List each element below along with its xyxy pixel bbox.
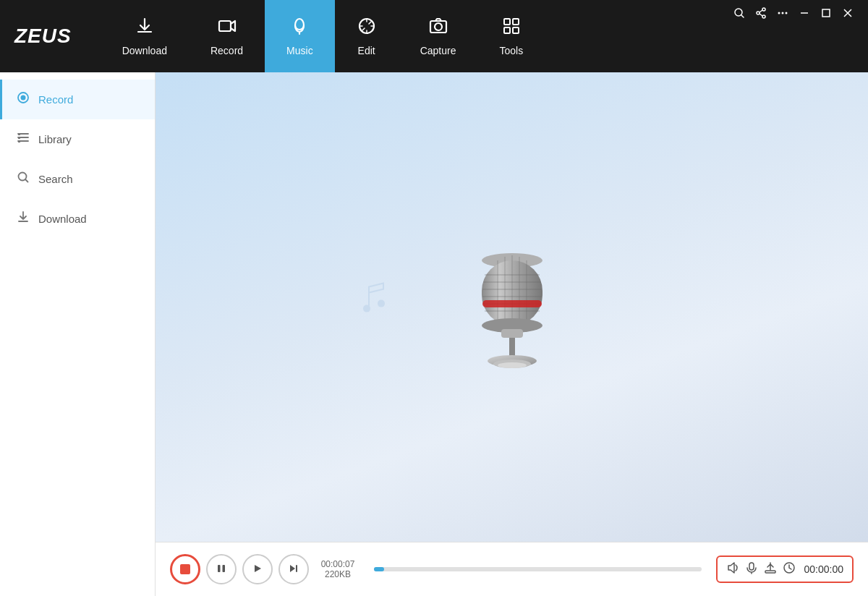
close-icon[interactable] [842, 7, 854, 22]
svg-rect-20 [18, 140, 20, 142]
next-button[interactable] [278, 554, 309, 584]
svg-point-17 [21, 95, 26, 101]
sidebar-item-library[interactable]: Library [0, 119, 155, 159]
music-tab-icon [289, 16, 310, 41]
app-logo: ZEUS [14, 25, 72, 48]
svg-rect-39 [501, 329, 523, 338]
tools-tab-label: Tools [499, 45, 523, 56]
maximize-icon[interactable] [820, 7, 832, 22]
microphone-illustration [461, 228, 563, 387]
svg-point-11 [762, 15, 765, 18]
sidebar-item-record[interactable]: Record [0, 80, 155, 119]
svg-rect-48 [765, 571, 775, 573]
svg-point-22 [363, 305, 370, 312]
download-tab-icon [135, 16, 155, 41]
library-sidebar-icon [17, 131, 30, 148]
tab-edit[interactable]: Edit [335, 0, 399, 72]
svg-rect-4 [504, 19, 510, 25]
sidebar: Record Library Search [0, 72, 156, 596]
right-controls: 00:00:00 [716, 555, 854, 583]
stop-icon [180, 564, 190, 574]
svg-rect-6 [504, 27, 510, 33]
svg-point-3 [435, 23, 442, 30]
tab-music[interactable]: Music [265, 0, 335, 72]
music-tab-label: Music [286, 45, 313, 56]
svg-point-9 [762, 8, 765, 11]
svg-rect-0 [219, 21, 231, 31]
sidebar-search-label: Search [38, 173, 73, 185]
svg-rect-47 [749, 563, 754, 570]
tab-record[interactable]: Record [189, 0, 265, 72]
minimize-icon[interactable] [799, 7, 810, 22]
window-controls [733, 7, 854, 22]
main-layout: Record Library Search [0, 72, 868, 596]
record-sidebar-icon [17, 91, 30, 108]
export-icon[interactable] [764, 561, 777, 577]
sidebar-item-download[interactable]: Download [0, 199, 155, 239]
next-icon [289, 563, 299, 576]
tab-capture[interactable]: Capture [399, 0, 478, 72]
mic-icon[interactable] [745, 561, 758, 577]
more-icon[interactable] [777, 7, 788, 22]
titlebar: ZEUS Download Record [0, 0, 868, 72]
svg-point-23 [378, 299, 385, 307]
svg-point-14 [786, 12, 788, 14]
player-bar: 00:00:07 220KB [156, 542, 868, 596]
pause-button[interactable] [206, 554, 237, 584]
svg-rect-18 [18, 133, 20, 135]
search-sidebar-icon [17, 171, 30, 187]
capture-tab-label: Capture [420, 45, 456, 56]
stop-button[interactable] [170, 554, 200, 584]
svg-rect-37 [482, 300, 542, 307]
volume-icon[interactable] [726, 561, 739, 577]
content-area: 00:00:07 220KB [156, 72, 868, 596]
progress-bar[interactable] [374, 567, 702, 571]
sidebar-record-label: Record [38, 93, 73, 106]
record-tab-label: Record [210, 45, 243, 56]
svg-rect-45 [223, 565, 226, 572]
search-icon[interactable] [733, 7, 745, 22]
play-icon [252, 563, 263, 576]
recording-visual [156, 72, 868, 542]
progress-fill [374, 567, 384, 571]
tab-download[interactable]: Download [101, 0, 189, 72]
play-button[interactable] [242, 554, 273, 584]
svg-rect-19 [18, 137, 20, 139]
tab-tools[interactable]: Tools [477, 0, 545, 72]
decorative-note [358, 279, 387, 325]
edit-tab-label: Edit [358, 45, 375, 56]
sidebar-library-label: Library [38, 133, 72, 145]
svg-point-13 [782, 12, 784, 14]
timer-display: 00:00:00 [804, 563, 844, 575]
svg-rect-46 [296, 565, 297, 572]
svg-point-12 [778, 12, 780, 14]
svg-point-43 [498, 362, 527, 368]
svg-point-10 [757, 12, 760, 14]
file-size: 220KB [325, 569, 351, 579]
svg-rect-15 [822, 9, 830, 17]
sidebar-item-search[interactable]: Search [0, 159, 155, 199]
pause-icon [216, 563, 226, 576]
download-tab-label: Download [122, 45, 167, 56]
svg-rect-5 [513, 19, 519, 25]
current-time: 00:00:07 [321, 559, 355, 569]
clock-icon[interactable] [783, 561, 796, 577]
time-info: 00:00:07 220KB [316, 559, 359, 579]
tools-tab-icon [501, 16, 522, 41]
svg-rect-44 [218, 565, 221, 572]
player-controls [170, 554, 309, 584]
download-sidebar-icon [17, 210, 30, 227]
record-tab-icon [217, 16, 237, 41]
share-icon[interactable] [755, 7, 767, 22]
edit-tab-icon [357, 16, 377, 41]
svg-rect-7 [513, 27, 519, 33]
capture-tab-icon [428, 16, 448, 41]
sidebar-download-label: Download [38, 213, 87, 225]
